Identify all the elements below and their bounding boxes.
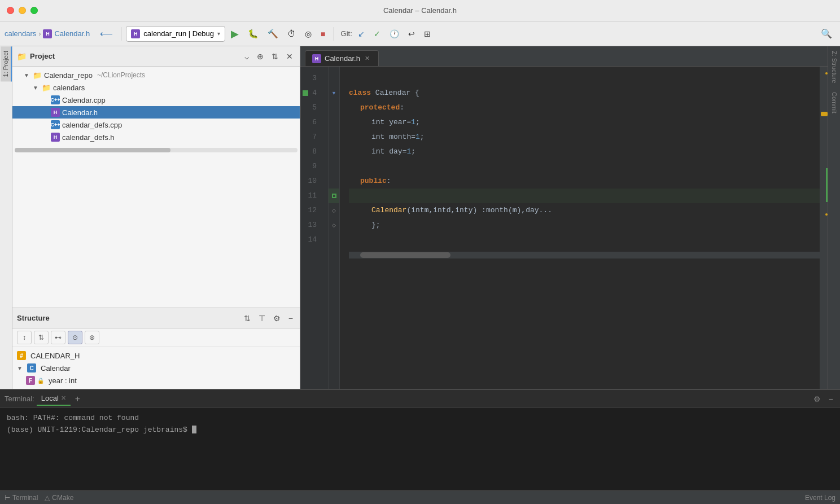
terminal-line-2: (base) UNIT-1219:Calendar_repo jetbrains…	[7, 424, 833, 436]
folder-calendars-icon: 📁	[42, 83, 51, 92]
struct-item-calendar-class[interactable]: ▼ C Calendar	[12, 362, 300, 374]
breakpoint-dot	[303, 90, 308, 96]
code-line-11	[349, 189, 820, 203]
type-int-d: int	[433, 203, 446, 218]
keyword-public: public	[360, 174, 387, 189]
fold-icon-4[interactable]: ▼	[331, 90, 336, 96]
structure-close-button[interactable]: −	[286, 313, 295, 324]
autoscroll-to-source-button[interactable]: ⊛	[85, 331, 99, 344]
event-log-label: Event Log	[805, 494, 835, 502]
file-defs-h: calendar_defs.h	[62, 133, 115, 142]
tree-item-calendar-h[interactable]: ▶ H Calendar.h	[12, 106, 300, 119]
coverage-button[interactable]: ◎	[301, 27, 315, 41]
tree-item-repo[interactable]: ▼ 📁 Calendar_repo ~/CLionProjects	[12, 69, 300, 81]
right-scrollbar[interactable]	[820, 67, 828, 389]
terminal-add-tab-button[interactable]: +	[73, 394, 82, 404]
fold-icon-13[interactable]: ◇	[332, 222, 336, 228]
code-content[interactable]: class Calendar { protected : int	[340, 67, 820, 389]
struct-item-year-field[interactable]: F 🔒 year : int	[12, 374, 300, 387]
var-month: month	[389, 130, 411, 144]
fold-icon-12[interactable]: ◇	[332, 208, 336, 213]
code-line-7: int month = 1 ;	[349, 130, 820, 144]
sort-alpha-button[interactable]: ⇅	[34, 331, 49, 344]
gutter-13: ◇	[329, 218, 339, 233]
project-close-button[interactable]: ✕	[284, 51, 295, 62]
code-line-13: };	[349, 218, 820, 233]
init-day: day	[526, 203, 539, 218]
tree-item-calendars[interactable]: ▼ 📁 calendars	[12, 81, 300, 94]
debug-button[interactable]: 🐛	[244, 27, 262, 41]
code-line-5: protected :	[349, 100, 820, 115]
show-inherited-button[interactable]: ⊷	[51, 331, 65, 344]
tree-item-calendar-cpp[interactable]: ▶ C++ Calendar.cpp	[12, 94, 300, 106]
sidebar-item-project[interactable]: 1: Project	[1, 46, 12, 81]
git-revert-button[interactable]: ↩	[405, 27, 418, 41]
line-num-9: 9	[300, 159, 322, 174]
sidebar-item-commit[interactable]: Commit	[829, 87, 839, 118]
terminal-settings-button[interactable]: ⚙	[811, 393, 823, 405]
tree-item-defs-cpp[interactable]: ▶ C++ calendar_defs.cpp	[12, 119, 300, 131]
structure-title: Structure	[17, 314, 238, 322]
var-day: day	[389, 144, 402, 159]
project-panel-folder-icon: 📁	[17, 52, 27, 61]
class-name: Calendar	[375, 86, 410, 100]
maximize-button[interactable]	[30, 7, 38, 14]
struct-label-calendar-h: CALENDAR_H	[30, 352, 80, 360]
profile-button[interactable]: ⏱	[284, 27, 299, 41]
editor-horizontal-scrollbar[interactable]	[349, 252, 820, 258]
breadcrumb-file[interactable]: Calendar.h	[54, 29, 90, 38]
breadcrumb-calendars[interactable]: calendars	[5, 29, 36, 38]
terminal-tab-local-label: Local	[41, 394, 59, 402]
structure-filter-button[interactable]: ⊤	[256, 313, 268, 324]
structure-sort-button[interactable]: ⇅	[242, 313, 253, 324]
run-button[interactable]: ▶	[228, 25, 242, 42]
type-int-month: int	[371, 130, 384, 144]
main-content: 1: Project 📁 Project ⌵ ⊕ ⇅ ✕ ▼ 📁 Calenda…	[0, 46, 840, 389]
var-year: year	[389, 115, 406, 130]
terminal-cursor	[192, 426, 196, 433]
tree-horizontal-scrollbar[interactable]	[12, 148, 300, 152]
tree-item-defs-h[interactable]: ▶ H calendar_defs.h	[12, 131, 300, 143]
struct-item-calendar-h-define[interactable]: # CALENDAR_H	[12, 349, 300, 362]
build-button[interactable]: 🔨	[264, 27, 282, 41]
gutter-3	[329, 71, 339, 86]
line-num-13: 13	[300, 218, 322, 233]
search-button[interactable]: 🔍	[817, 26, 835, 41]
line-num-4: 4	[300, 86, 322, 100]
project-collapse-button[interactable]: ⌵	[242, 51, 251, 62]
terminal-content[interactable]: bash: PATH#: command not found (base) UN…	[0, 408, 840, 490]
terminal-tab-local[interactable]: Local ✕	[37, 392, 71, 406]
sort-by-type-button[interactable]: ↕	[17, 331, 32, 344]
status-event-log[interactable]: Event Log	[805, 494, 835, 502]
defs-h-icon: H	[51, 133, 60, 142]
sidebar-item-structure[interactable]: Z: Structure	[829, 46, 839, 87]
class-icon: C	[27, 363, 36, 372]
stop-button[interactable]: ■	[317, 27, 329, 41]
h-scrollbar-thumb	[360, 252, 450, 258]
tab-close-button[interactable]: ✕	[364, 55, 371, 63]
terminal-panel-icons: ⚙ −	[811, 393, 835, 405]
status-bar: ⊢ Terminal △ CMake Event Log	[0, 490, 840, 504]
structure-header: Structure ⇅ ⊤ ⚙ −	[12, 308, 300, 328]
git-diff-button[interactable]: ⊞	[421, 27, 434, 41]
git-history-button[interactable]: 🕐	[386, 27, 403, 41]
project-locate-button[interactable]: ⊕	[255, 51, 266, 62]
tab-h-icon: H	[312, 54, 321, 63]
project-expand-button[interactable]: ⇅	[269, 51, 281, 62]
terminal-minimize-button[interactable]: −	[826, 393, 835, 405]
minimize-button[interactable]	[19, 7, 26, 14]
line-num-10: 10	[300, 174, 322, 189]
run-config-selector[interactable]: H calendar_run | Debug ▾	[126, 26, 225, 42]
file-calendar-cpp: Calendar.cpp	[62, 96, 106, 104]
gutter-7	[329, 130, 339, 144]
git-update-button[interactable]: ↙	[355, 27, 368, 41]
structure-settings-button[interactable]: ⚙	[271, 313, 283, 324]
autoscroll-from-source-button[interactable]: ⊙	[68, 331, 82, 344]
tab-calendar-h[interactable]: H Calendar.h ✕	[305, 50, 379, 66]
status-cmake-button[interactable]: △ CMake	[45, 494, 73, 502]
status-terminal-button[interactable]: ⊢ Terminal	[5, 494, 38, 502]
git-commit-button[interactable]: ✓	[370, 27, 384, 41]
close-button[interactable]	[7, 7, 14, 14]
terminal-tab-close-icon[interactable]: ✕	[61, 395, 66, 402]
back-button[interactable]: ⟵	[97, 26, 116, 41]
